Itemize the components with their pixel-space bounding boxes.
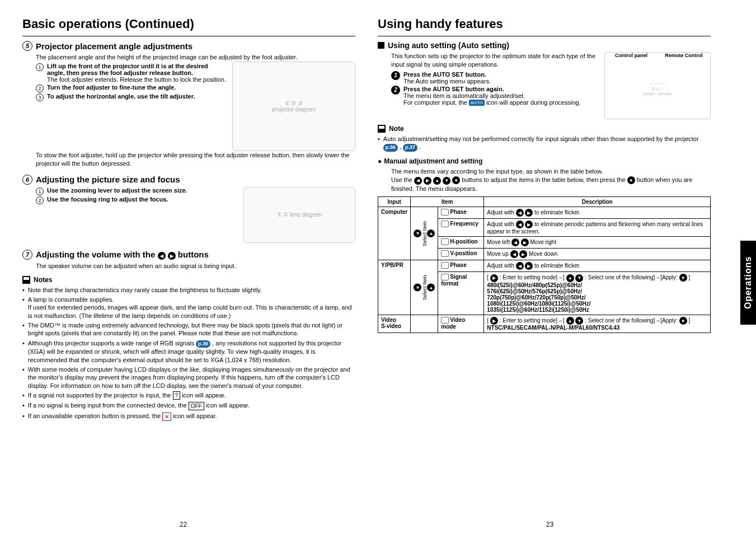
- right-page-number: 23: [546, 521, 553, 528]
- question-icon: ?: [173, 391, 181, 400]
- manual-p1: The menu items vary according to the inp…: [391, 167, 711, 176]
- right-heading: Using handy features: [378, 17, 711, 31]
- rule: [22, 36, 355, 36]
- s6-step1: 1Use the zooming lever to adjust the scr…: [36, 187, 238, 195]
- auto-icon: AUTO: [469, 100, 485, 106]
- left-arrow-icon: ◀: [414, 177, 422, 185]
- left-page-number: 22: [180, 521, 187, 528]
- step-7-icon: 7: [22, 250, 32, 260]
- manual-p2: Use the ◀ ▶ ▲ ▼ ● buttons to adjust the …: [391, 176, 711, 193]
- up-arrow-icon: ▲: [433, 177, 441, 185]
- s7-intro: The speaker volume can be adjusted when …: [36, 262, 355, 270]
- note-header: Note: [378, 125, 711, 133]
- side-tab-operations: Operations: [740, 241, 756, 325]
- focus-illustration: ① ② lens diagram: [243, 187, 355, 243]
- notes-list: Note that the lamp characteristics may r…: [22, 286, 355, 421]
- auto-step2: 2Press the AUTO SET button again.The men…: [391, 86, 600, 106]
- auto-note: Auto adjustment/setting may not be perfo…: [378, 135, 711, 152]
- enter-icon-2: ●: [627, 176, 635, 184]
- section-7-label: Adjusting the volume with the ◀ ▶ button…: [36, 250, 209, 260]
- right-arrow-icon: ▶: [424, 177, 431, 185]
- notes-header: Notes: [22, 276, 355, 284]
- section-6-title: 6 Adjusting the picture size and focus: [22, 175, 355, 185]
- section-5-label: Projector placement angle adjustments: [36, 41, 192, 51]
- auto-step1: 1Press the AUTO SET button.The Auto sett…: [391, 71, 600, 85]
- section-7-title: 7 Adjusting the volume with the ◀ ▶ butt…: [22, 250, 355, 260]
- rule: [378, 36, 711, 36]
- page-ref-36: p.36: [196, 340, 210, 348]
- square-bullet-icon: [378, 42, 384, 49]
- vol-right-icon: ▶: [168, 252, 176, 260]
- auto-setting-heading: Using auto setting (Auto setting): [378, 41, 711, 50]
- section-5-intro: The placement angle and the height of th…: [36, 53, 355, 62]
- section-5-title: 5 Projector placement angle adjustments: [22, 41, 355, 51]
- s6-step2: 2Use the focusing ring to adjust the foc…: [36, 196, 238, 204]
- down-arrow-icon: ▼: [443, 177, 450, 185]
- page-ref-36b: p.36: [383, 144, 398, 152]
- section-6-label: Adjusting the picture size and focus: [36, 175, 180, 184]
- adjustment-table: Input Item Description Computer ▲Select …: [378, 196, 711, 333]
- step-5-icon: 5: [22, 41, 32, 51]
- left-page: Basic operations (Continued) 5 Projector…: [0, 0, 367, 534]
- left-heading: Basic operations (Continued): [22, 17, 355, 31]
- x-icon: ✕: [162, 413, 171, 421]
- s5-step2: 2Turn the foot adjuster to fine-tune the…: [36, 84, 227, 92]
- vol-left-icon: ◀: [158, 252, 166, 260]
- projector-angle-illustration: ① ② ③projector diagram: [232, 62, 355, 151]
- manual-heading: Manual adjustment and setting: [378, 157, 711, 165]
- s5-footer: To stow the foot adjuster, hold up the p…: [36, 151, 355, 168]
- control-diagram: Control panelRemote Control ○ ○ ○ ○◎ △ ○…: [604, 52, 711, 119]
- s5-step3: 3To adjust the horizontal angle, use the…: [36, 93, 227, 101]
- page-ref-37: p.37: [403, 144, 417, 152]
- s5-step1: 1Lift up the front of the projector unti…: [36, 63, 227, 83]
- step-6-icon: 6: [22, 175, 32, 185]
- enter-icon: ●: [452, 176, 460, 184]
- right-page: Using handy features Using auto setting …: [367, 0, 733, 534]
- off-icon: OFF: [189, 402, 204, 410]
